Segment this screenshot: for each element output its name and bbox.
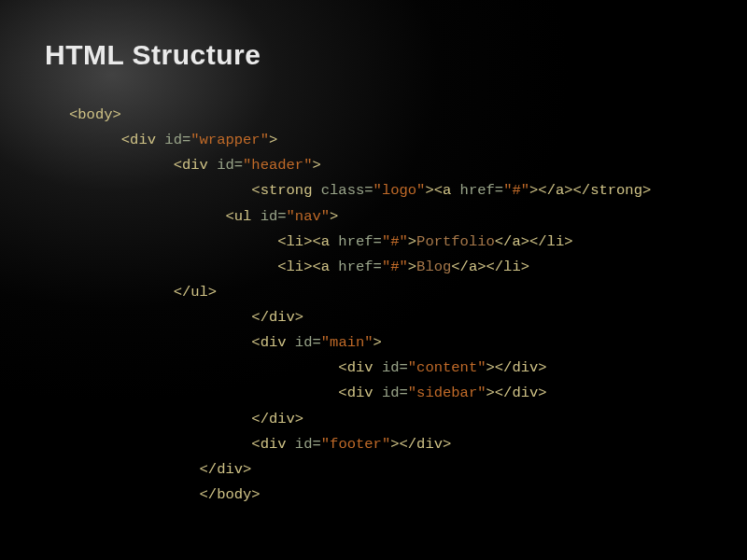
code-token: "header" [243,157,312,174]
code-token: id= [287,436,321,453]
code-token: <strong [251,182,312,199]
code-token: <div [174,157,208,174]
code-token: id= [251,208,286,225]
code-token: "main" [321,334,374,351]
code-token: <div [121,132,156,148]
code-token: "#" [503,182,529,199]
code-token: > [408,259,416,275]
code-block: <body> <div id="wrapper"> <div id="heade… [69,103,702,508]
code-token: "logo" [374,182,426,199]
code-token: "content" [408,359,486,376]
code-token: "#" [382,233,408,250]
code-token: Blog [416,259,451,275]
code-token: id= [374,385,408,401]
code-token: id= [287,334,321,351]
code-token: </div> [251,411,303,427]
code-token: href= [451,182,503,199]
code-token: id= [208,157,243,174]
code-token: </a></li> [495,233,573,250]
code-token: <div [338,385,373,401]
code-token: href= [330,233,382,250]
code-token: "wrapper" [190,132,269,148]
code-token: ></a></strong> [529,182,651,199]
code-token: ></div> [486,385,547,401]
code-token: "#" [382,259,408,275]
code-token: "footer" [321,436,390,453]
code-token: </div> [200,461,252,478]
code-token: > [312,157,320,174]
code-token: class= [312,182,373,199]
code-token: <li><a [277,233,330,250]
code-token: > [269,132,277,148]
code-token: id= [374,359,408,376]
code-token: ></div> [390,436,451,453]
code-token: <ul [225,208,251,225]
code-token: <body> [69,106,121,123]
code-token: Portfolio [416,233,495,250]
code-token: "nav" [287,208,331,225]
code-token: id= [156,132,190,148]
code-token: </ul> [174,284,218,301]
code-token: </body> [200,486,261,503]
code-token: ><a [425,182,451,199]
code-token: </div> [251,309,303,326]
code-token: <div [251,436,286,453]
code-token: > [330,208,338,225]
code-token: </a></li> [451,259,529,275]
slide-title: HTML Structure [45,39,702,71]
code-token: <li><a [277,259,330,275]
slide: HTML Structure <body> <div id="wrapper">… [0,0,747,560]
code-token: <div [251,334,286,351]
code-token: href= [330,259,382,275]
code-token: > [374,334,382,351]
code-token: <div [338,359,373,376]
code-token: ></div> [486,359,547,376]
code-token: "sidebar" [408,385,486,401]
code-token: > [408,233,416,250]
